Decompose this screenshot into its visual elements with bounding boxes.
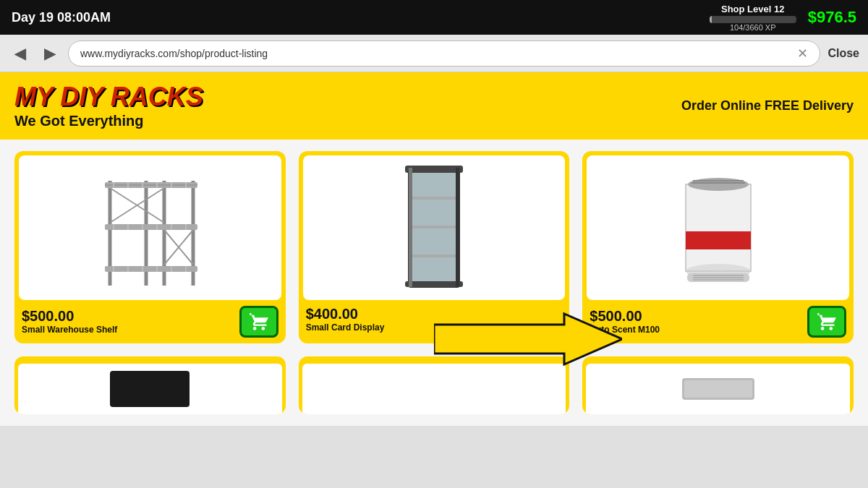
top-bar: Day 19 08:00AM Shop Level 12 104/3660 XP…: [0, 0, 868, 35]
product-card-2: $400.00 Small Card Display: [299, 151, 570, 343]
svg-rect-33: [412, 197, 456, 200]
money-display: $976.5: [808, 8, 856, 27]
top-bar-right: Shop Level 12 104/3660 XP $976.5: [710, 4, 856, 32]
free-delivery-label: Order Online FREE Delivery: [681, 98, 854, 114]
product-image-freshener: [587, 155, 849, 300]
products-grid: $500.00 Small Warehouse Shelf: [14, 151, 854, 343]
svg-rect-53: [684, 380, 752, 398]
store-title: MY DIY RACKS: [14, 82, 203, 111]
store-subtitle: We Got Everything: [14, 113, 203, 129]
shelf-icon: [92, 166, 208, 289]
xp-text: 104/3660 XP: [710, 23, 796, 32]
product-price-3: $500.00: [590, 308, 660, 325]
svg-rect-13: [105, 224, 197, 230]
product-info-2: $400.00 Small Card Display: [306, 306, 385, 333]
svg-rect-41: [686, 184, 751, 271]
cart-icon-1: [249, 312, 269, 332]
product-card: $500.00 Small Warehouse Shelf: [14, 151, 286, 343]
bottom-image-1: [18, 364, 282, 414]
display-case-icon: [391, 164, 477, 291]
bottom-image-2: [302, 364, 566, 414]
freshener-icon: [671, 166, 765, 289]
product-name-3: Auto Scent M100: [590, 325, 660, 335]
xp-bar-fill: [710, 16, 712, 23]
product-image-display: [303, 155, 566, 300]
product-info-1: $500.00 Small Warehouse Shelf: [22, 308, 117, 335]
svg-rect-20: [105, 266, 197, 272]
url-clear-icon[interactable]: ✕: [797, 46, 808, 61]
url-bar[interactable]: www.mydiyracks.com/shop/product-listing …: [68, 40, 820, 67]
bottom-image-3: [586, 364, 850, 414]
product-footer-1: $500.00 Small Warehouse Shelf: [14, 300, 286, 343]
svg-rect-34: [412, 226, 456, 228]
forward-button[interactable]: ▶: [38, 42, 61, 65]
svg-rect-38: [409, 168, 412, 287]
bottom-card-1: [14, 356, 286, 414]
shop-level-block: Shop Level 12 104/3660 XP: [710, 4, 796, 32]
products-wrapper: $500.00 Small Warehouse Shelf: [14, 151, 854, 414]
svg-rect-36: [405, 166, 463, 173]
grey-surface-icon: [678, 374, 758, 403]
product-price-1: $500.00: [22, 308, 117, 325]
product-price-2: $400.00: [306, 306, 385, 322]
product-name-1: Small Warehouse Shelf: [22, 325, 117, 335]
browser-bar: ◀ ▶ www.mydiyracks.com/shop/product-list…: [0, 35, 868, 72]
svg-rect-37: [405, 281, 463, 287]
product-footer-2: $400.00 Small Card Display: [299, 300, 570, 338]
back-button[interactable]: ◀: [9, 42, 31, 65]
buy-button-3[interactable]: [807, 306, 846, 338]
bottom-card-2: [299, 356, 570, 414]
url-text: www.mydiyracks.com/shop/product-listing: [80, 48, 268, 59]
close-button[interactable]: Close: [827, 47, 859, 60]
cart-icon-3: [817, 312, 837, 332]
product-footer-3: $500.00 Auto Scent M100: [582, 300, 854, 343]
shop-level-label: Shop Level 12: [710, 4, 796, 14]
svg-rect-35: [412, 254, 456, 257]
product-name-2: Small Card Display: [306, 322, 385, 333]
bottom-products-grid: [14, 356, 854, 414]
day-time-display: Day 19 08:00AM: [12, 10, 111, 25]
product-card-3: $500.00 Auto Scent M100: [582, 151, 854, 343]
product-info-3: $500.00 Auto Scent M100: [590, 308, 660, 335]
store-header: MY DIY RACKS We Got Everything Order Onl…: [0, 72, 868, 140]
svg-rect-39: [456, 168, 459, 287]
store-brand: MY DIY RACKS We Got Everything: [14, 82, 203, 129]
products-area: $500.00 Small Warehouse Shelf: [0, 140, 868, 426]
bottom-card-3: [582, 356, 854, 414]
svg-rect-44: [686, 231, 751, 249]
black-counter-icon: [110, 371, 190, 407]
buy-button-1[interactable]: [239, 306, 278, 338]
xp-bar: [710, 16, 796, 23]
svg-point-45: [688, 178, 749, 191]
product-image-shelf: [19, 155, 281, 300]
